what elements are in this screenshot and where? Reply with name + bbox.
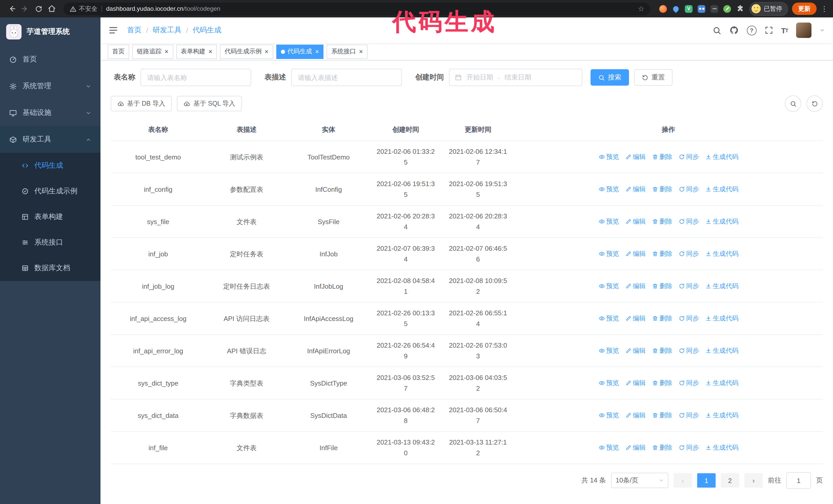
preview-link[interactable]: 预览: [598, 216, 619, 227]
sync-link[interactable]: 同步: [679, 410, 699, 421]
drop-extension-icon[interactable]: [671, 4, 680, 13]
date-range-picker[interactable]: 开始日期 - 结束日期: [449, 69, 582, 86]
delete-link[interactable]: 删除: [652, 184, 672, 195]
delete-link[interactable]: 删除: [652, 313, 672, 324]
import-db-button[interactable]: 基于 DB 导入: [111, 96, 172, 111]
sync-link[interactable]: 同步: [679, 313, 699, 324]
fullscreen-icon[interactable]: [765, 26, 773, 34]
delete-link[interactable]: 删除: [652, 410, 672, 421]
delete-link[interactable]: 删除: [652, 281, 672, 291]
delete-link[interactable]: 删除: [652, 216, 672, 227]
close-icon[interactable]: ×: [359, 48, 363, 55]
generate-code-link[interactable]: 生成代码: [705, 184, 738, 195]
preview-link[interactable]: 预览: [598, 442, 619, 453]
generate-code-link[interactable]: 生成代码: [705, 151, 738, 162]
delete-link[interactable]: 删除: [652, 248, 672, 259]
profile-chip[interactable]: 已暂停: [749, 2, 788, 16]
close-icon[interactable]: ×: [264, 48, 268, 55]
page-size-select[interactable]: 10条/页: [611, 473, 668, 488]
generate-code-link[interactable]: 生成代码: [705, 281, 738, 291]
generate-code-link[interactable]: 生成代码: [705, 216, 738, 227]
fox-extension-icon[interactable]: [659, 4, 667, 13]
sync-link[interactable]: 同步: [679, 378, 699, 388]
sync-link[interactable]: 同步: [679, 442, 699, 453]
preview-link[interactable]: 预览: [598, 378, 619, 388]
generate-code-link[interactable]: 生成代码: [705, 410, 738, 421]
generate-code-link[interactable]: 生成代码: [705, 248, 738, 259]
tab-代码生成示例[interactable]: 代码生成示例 ×: [220, 44, 273, 59]
chevron-down-icon[interactable]: [820, 28, 825, 33]
tab-表单构建[interactable]: 表单构建 ×: [176, 44, 217, 59]
edit-link[interactable]: 编辑: [625, 281, 646, 291]
font-size-icon[interactable]: TT: [781, 26, 788, 34]
sync-link[interactable]: 同步: [679, 345, 699, 356]
preview-link[interactable]: 预览: [598, 281, 619, 291]
delete-link[interactable]: 删除: [652, 378, 672, 388]
delete-link[interactable]: 删除: [652, 442, 672, 453]
dark-extension-icon[interactable]: [710, 4, 719, 13]
sidebar-item-codegen[interactable]: 代码生成: [0, 153, 100, 178]
update-button[interactable]: 更新: [792, 3, 816, 15]
sync-link[interactable]: 同步: [679, 281, 699, 291]
tab-链路追踪[interactable]: 链路追踪 ×: [132, 44, 173, 59]
generate-code-link[interactable]: 生成代码: [705, 313, 738, 324]
sync-link[interactable]: 同步: [679, 184, 699, 195]
import-sql-button[interactable]: 基于 SQL 导入: [177, 96, 242, 111]
page-button-1[interactable]: 1: [697, 473, 716, 487]
address-bar[interactable]: 不安全 dashboard.yudao.iocoder.cn/tool/code…: [64, 2, 650, 15]
help-icon[interactable]: ?: [747, 25, 756, 35]
edit-link[interactable]: 编辑: [625, 216, 646, 227]
generate-code-link[interactable]: 生成代码: [705, 442, 738, 453]
forward-icon[interactable]: [19, 2, 32, 16]
browser-menu-icon[interactable]: ⋮: [821, 5, 828, 13]
breadcrumb-devtools[interactable]: 研发工具: [153, 26, 182, 35]
prev-page-button[interactable]: ‹: [673, 473, 692, 487]
edit-link[interactable]: 编辑: [625, 410, 646, 421]
search-button[interactable]: 搜索: [591, 69, 629, 86]
generate-code-link[interactable]: 生成代码: [705, 378, 738, 388]
sync-link[interactable]: 同步: [679, 216, 699, 227]
sync-link[interactable]: 同步: [679, 248, 699, 259]
back-icon[interactable]: [5, 2, 19, 16]
table-name-input[interactable]: [140, 69, 251, 86]
preview-link[interactable]: 预览: [598, 410, 619, 421]
edit-link[interactable]: 编辑: [625, 442, 646, 453]
sidebar-item-home[interactable]: 首页: [0, 46, 100, 73]
sidebar-item-codegen-example[interactable]: 代码生成示例: [0, 178, 100, 204]
bookmark-star-icon[interactable]: ☆: [638, 5, 644, 13]
breadcrumb-home[interactable]: 首页: [127, 26, 142, 35]
tab-首页[interactable]: 首页: [108, 44, 129, 59]
sidebar-item-db-docs[interactable]: 数据库文档: [0, 255, 100, 281]
delete-link[interactable]: 删除: [652, 345, 672, 356]
toggle-search-button[interactable]: [785, 95, 801, 112]
edit-link[interactable]: 编辑: [625, 151, 646, 162]
sidebar-item-system[interactable]: 系统管理: [0, 73, 100, 99]
preview-link[interactable]: 预览: [598, 345, 619, 356]
leaf-extension-icon[interactable]: [723, 4, 732, 13]
users-extension-icon[interactable]: [697, 4, 706, 13]
preview-link[interactable]: 预览: [598, 313, 619, 324]
table-desc-input[interactable]: [291, 69, 402, 86]
reset-button[interactable]: 重置: [634, 69, 672, 86]
search-icon[interactable]: [712, 26, 721, 34]
close-icon[interactable]: ×: [315, 48, 319, 55]
tab-系统接口[interactable]: 系统接口 ×: [327, 44, 367, 59]
sync-link[interactable]: 同步: [679, 151, 699, 162]
page-button-2[interactable]: 2: [721, 473, 739, 487]
reload-icon[interactable]: [32, 2, 45, 16]
close-icon[interactable]: ×: [208, 48, 212, 55]
close-icon[interactable]: ×: [165, 48, 168, 55]
sidebar-item-form-builder[interactable]: 表单构建: [0, 204, 100, 230]
next-page-button[interactable]: ›: [744, 473, 763, 487]
delete-link[interactable]: 删除: [652, 151, 672, 162]
home-icon[interactable]: [45, 2, 58, 16]
sidebar-item-system-api[interactable]: 系统接口: [0, 230, 100, 255]
sidebar-item-devtools[interactable]: 研发工具: [0, 126, 100, 153]
edit-link[interactable]: 编辑: [625, 313, 646, 324]
sidebar-item-infra[interactable]: 基础设施: [0, 99, 100, 126]
preview-link[interactable]: 预览: [598, 248, 619, 259]
security-warning[interactable]: 不安全: [70, 4, 97, 13]
hamburger-icon[interactable]: [109, 26, 118, 35]
edit-link[interactable]: 编辑: [625, 184, 646, 195]
preview-link[interactable]: 预览: [598, 184, 619, 195]
